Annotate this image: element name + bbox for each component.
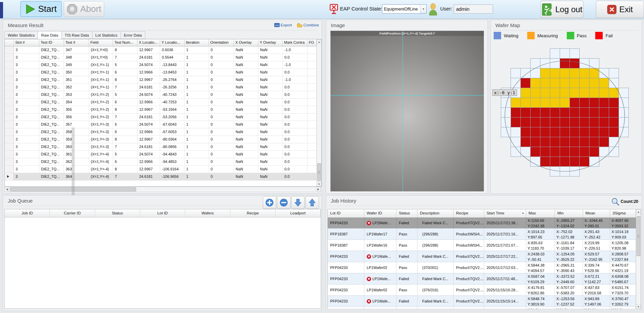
export-link[interactable]: CSV Export bbox=[274, 23, 292, 27]
wafer-cell[interactable] bbox=[550, 117, 560, 127]
column-header[interactable]: Field bbox=[89, 39, 113, 46]
wafer-cell[interactable] bbox=[540, 117, 550, 127]
scroll-down-icon[interactable]: ▼ bbox=[317, 182, 321, 186]
column-header[interactable]: Description bbox=[417, 209, 454, 217]
wafer-cell[interactable] bbox=[511, 127, 521, 137]
wafer-cell[interactable] bbox=[520, 127, 531, 137]
measure-row[interactable]: 3DIE2_TQ...360{X=1,Y=-3}724.6181-80.0856… bbox=[5, 143, 321, 151]
scroll-down-icon[interactable]: ▼ bbox=[636, 304, 641, 309]
wafer-cell[interactable] bbox=[609, 88, 619, 98]
wafer-cell[interactable] bbox=[579, 147, 589, 157]
history-row[interactable]: PFP04233LP1Wafer02Pass(370/301)Product\T… bbox=[328, 262, 636, 273]
v-scrollbar[interactable]: ▲ ▼ bbox=[636, 209, 641, 309]
column-header[interactable]: FO bbox=[307, 39, 317, 46]
history-row[interactable]: PFP18387LP1Wafer16Pass(296/288)Product\W… bbox=[328, 240, 636, 251]
wafer-cell[interactable] bbox=[520, 137, 531, 147]
row-selector[interactable] bbox=[5, 76, 14, 83]
column-header[interactable]: 3Sigma bbox=[610, 209, 636, 217]
wafer-cell[interactable] bbox=[530, 117, 540, 127]
wafer-cell[interactable] bbox=[530, 107, 540, 118]
row-selector[interactable] bbox=[5, 113, 14, 121]
row-selector[interactable] bbox=[5, 128, 14, 135]
wafer-cell[interactable] bbox=[599, 127, 609, 137]
wafer-cell[interactable] bbox=[579, 58, 589, 68]
wafer-cell[interactable] bbox=[609, 147, 619, 157]
camera-image[interactable]: FieldPosition:(X=1,Y=-4) TargetId:7 bbox=[330, 31, 484, 191]
column-header[interactable]: Status bbox=[95, 209, 140, 217]
move-down-button[interactable] bbox=[291, 196, 305, 209]
wafer-cell[interactable] bbox=[501, 107, 511, 118]
wafer-cell[interactable] bbox=[550, 58, 560, 68]
wafer-cell[interactable] bbox=[619, 107, 629, 118]
wafer-cell[interactable] bbox=[599, 137, 609, 147]
wafer-cell[interactable] bbox=[530, 88, 540, 98]
wafer-cell[interactable] bbox=[619, 88, 629, 98]
wafer-cell[interactable] bbox=[609, 127, 619, 137]
wafer-cell[interactable] bbox=[511, 147, 521, 157]
wafer-cell[interactable] bbox=[520, 147, 531, 157]
row-selector[interactable] bbox=[5, 91, 14, 98]
wafer-cell[interactable] bbox=[550, 68, 560, 78]
wafer-cell[interactable] bbox=[540, 127, 550, 137]
measure-row[interactable]: 3DIE2_TQ...349{X=1,Y=-1}524.5074-13.8443… bbox=[5, 61, 321, 69]
wafer-cell[interactable] bbox=[589, 137, 599, 147]
column-header[interactable]: Y Overlay bbox=[258, 39, 283, 46]
wafer-cell[interactable] bbox=[520, 68, 531, 78]
wafer-cell[interactable] bbox=[550, 147, 560, 157]
wafer-cell[interactable] bbox=[599, 117, 609, 127]
remove-job-button[interactable] bbox=[277, 196, 291, 209]
measure-row[interactable]: 3DIE2_TQ...357{X=1,Y=-3}524.5074-67.6043… bbox=[5, 121, 321, 128]
wafer-cell[interactable] bbox=[599, 78, 609, 88]
measure-row[interactable]: 3DIE2_TQ...362{X=1,Y=-4}612.9966-94.4853… bbox=[5, 158, 321, 166]
column-header[interactable]: Start Time▼ bbox=[484, 209, 526, 217]
measure-row[interactable]: 3DIE2_TQ...358{X=1,Y=-3}612.9966-67.6053… bbox=[5, 128, 321, 136]
row-selector[interactable] bbox=[5, 121, 14, 128]
wafer-cell[interactable] bbox=[560, 48, 570, 59]
measure-row[interactable]: 3DIE2_TQ...364{X=1,Y=-4}724.6181-106.965… bbox=[5, 173, 321, 181]
wafer-cell[interactable] bbox=[619, 98, 629, 108]
wafer-cell[interactable] bbox=[599, 147, 609, 157]
column-header[interactable]: Recipe bbox=[454, 209, 484, 217]
history-row[interactable]: PFP04233LP1Wafer02Pass(376/316)Product\T… bbox=[328, 285, 636, 296]
combine-link[interactable]: Combine bbox=[297, 23, 319, 27]
wafer-cell[interactable] bbox=[511, 107, 521, 118]
chevron-down-icon[interactable]: ▼ bbox=[420, 5, 426, 13]
tab-wafer-statistics[interactable]: Wafer Statistics bbox=[4, 31, 38, 39]
measure-row[interactable]: 3DIE2_TQ...348{X=1,Y=0}724.61810.554410N… bbox=[5, 54, 321, 61]
wafer-cell[interactable] bbox=[560, 68, 570, 78]
wafer-cell[interactable] bbox=[550, 107, 560, 118]
wafer-cell[interactable] bbox=[570, 117, 580, 127]
measure-row[interactable]: 3DIE2_TQ...347{X=1,Y=0}812.99670.603610N… bbox=[5, 46, 321, 54]
wafer-cell[interactable] bbox=[560, 117, 570, 127]
wafer-cell[interactable] bbox=[501, 117, 511, 127]
wafer-cell[interactable] bbox=[530, 156, 540, 167]
wafer-cell[interactable] bbox=[589, 107, 599, 118]
column-header[interactable]: Loadport bbox=[276, 209, 321, 217]
wafer-cell[interactable] bbox=[560, 166, 570, 176]
scroll-up-icon[interactable]: ▲ bbox=[636, 209, 641, 214]
column-header[interactable]: Lot ID bbox=[140, 209, 185, 217]
wafer-cell[interactable] bbox=[550, 156, 560, 167]
row-selector[interactable] bbox=[5, 84, 14, 91]
row-selector[interactable] bbox=[5, 151, 14, 158]
wafer-cell[interactable] bbox=[570, 98, 580, 108]
wafer-cell[interactable] bbox=[609, 78, 619, 88]
logout-button[interactable]: Log out bbox=[541, 1, 583, 18]
wafer-cell[interactable] bbox=[570, 156, 580, 167]
wafer-cell[interactable] bbox=[530, 78, 540, 88]
wafer-cell[interactable] bbox=[511, 78, 521, 88]
wafer-cell[interactable] bbox=[540, 78, 550, 88]
history-row[interactable]: PFP04233LP1Wafe...FailedAbort...Product\… bbox=[328, 307, 636, 309]
wafer-cell[interactable] bbox=[550, 166, 560, 176]
history-row[interactable]: PFP04233LP2Wafe...FailedFailed Mark C...… bbox=[328, 217, 636, 229]
wafer-cell[interactable] bbox=[609, 68, 619, 78]
wafer-cell[interactable] bbox=[589, 58, 599, 68]
wafer-cell[interactable] bbox=[501, 98, 511, 108]
wafer-cell[interactable] bbox=[579, 78, 589, 88]
measure-row[interactable]: 3DIE2_TQ...353{X=1,Y=-2}524.5074-40.7243… bbox=[5, 91, 321, 99]
row-selector[interactable] bbox=[5, 166, 14, 173]
row-selector[interactable] bbox=[5, 106, 14, 113]
wafer-cell[interactable] bbox=[609, 137, 619, 147]
wafer-cell[interactable] bbox=[560, 147, 570, 157]
column-header[interactable]: Recipe bbox=[230, 209, 275, 217]
